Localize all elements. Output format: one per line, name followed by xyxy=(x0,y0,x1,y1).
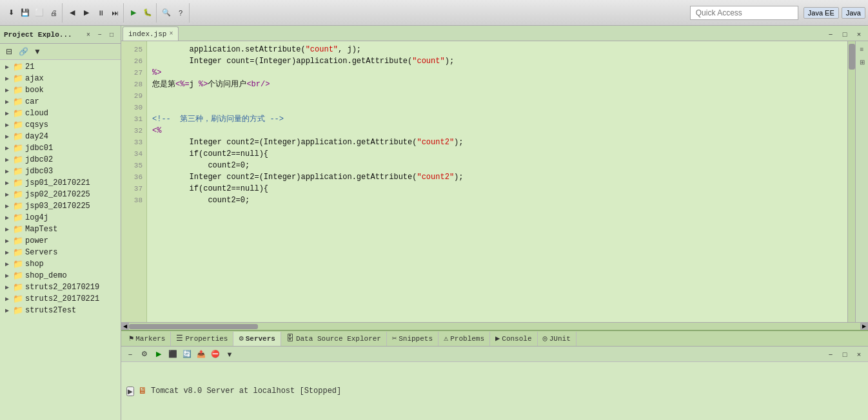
sidebar-minimize-btn[interactable]: − xyxy=(95,30,105,40)
tree-arrow: ▶ xyxy=(5,260,12,268)
toolbar-back[interactable]: ◀ xyxy=(66,6,79,19)
sidebar-collapse-btn[interactable]: ⊟ xyxy=(3,45,15,58)
toolbar-help[interactable]: ? xyxy=(174,6,187,19)
server-row: ▶ 🖥 Tomcat v8.0 Server at localhost [Sto… xyxy=(126,386,341,396)
code-segment: if(count2==null){ xyxy=(152,184,268,193)
editor-maximize[interactable]: □ xyxy=(838,28,851,41)
bottom-view[interactable]: ▼ xyxy=(223,348,236,361)
toolbar-stop[interactable]: ⏸ xyxy=(94,6,107,19)
line-number: 27 xyxy=(121,67,146,79)
sidebar-link-btn[interactable]: 🔗 xyxy=(17,45,30,58)
sidebar-maximize-btn[interactable]: □ xyxy=(106,30,117,40)
editor-scrollbar-v[interactable] xyxy=(847,41,855,322)
sidebar-item-shop_demo[interactable]: ▶📁shop_demo xyxy=(0,270,121,282)
toolbar-btn-4[interactable]: 🖨 xyxy=(47,6,60,19)
sidebar-item-struts2_20170219[interactable]: ▶📁struts2_20170219 xyxy=(0,282,121,293)
server-expand-btn[interactable]: ▶ xyxy=(126,387,134,396)
sidebar-item-struts2_20170221[interactable]: ▶📁struts2_20170221 xyxy=(0,293,121,305)
h-scroll-left[interactable]: ◀ xyxy=(121,323,129,330)
sidebar-item-cloud[interactable]: ▶📁cloud xyxy=(0,108,121,119)
editor-scrollbar-h[interactable]: ◀ ▶ xyxy=(121,322,868,330)
quick-access-input[interactable] xyxy=(690,6,798,20)
bottom-start-server[interactable]: ▶ xyxy=(152,348,165,361)
sidebar-item-power[interactable]: ▶📁power xyxy=(0,235,121,247)
bottom-tab-console[interactable]: ▶Console xyxy=(490,332,537,346)
code-editor: 2526272829303132333435363738 application… xyxy=(121,41,868,322)
folder-icon: 📁 xyxy=(13,294,23,303)
sidebar-item-21[interactable]: ▶📁21 xyxy=(0,61,121,73)
sidebar-item-book[interactable]: ▶📁book xyxy=(0,84,121,96)
sidebar-item-struts2test[interactable]: ▶📁struts2Test xyxy=(0,305,121,316)
editor-tab-index-jsp[interactable]: index.jsp × xyxy=(123,26,179,41)
bottom-tab-problems[interactable]: ⚠Problems xyxy=(439,332,490,346)
folder-icon: 📁 xyxy=(13,190,23,199)
sidebar-item-jsp01_20170221[interactable]: ▶📁jsp01_20170221 xyxy=(0,177,121,189)
toolbar-btn-2[interactable]: 💾 xyxy=(19,6,32,19)
bottom-publish[interactable]: 📤 xyxy=(195,348,208,361)
h-scroll-right[interactable]: ▶ xyxy=(860,323,868,330)
bottom-minimize[interactable]: − xyxy=(124,348,137,361)
code-segment: %> xyxy=(152,68,161,77)
editor-tab-close[interactable]: × xyxy=(169,30,173,37)
bottom-panel-maximize[interactable]: □ xyxy=(838,348,851,361)
mini-btn-2[interactable]: ⊞ xyxy=(857,57,867,67)
toolbar-btn-3[interactable]: ⬜ xyxy=(33,6,46,19)
code-line: if(count2==null){ xyxy=(152,183,842,195)
code-content[interactable]: application.setAttribute("count", j); In… xyxy=(147,41,847,322)
server-label: Tomcat v8.0 Server at localhost [Stopped… xyxy=(151,387,341,396)
sidebar-item-cqsys[interactable]: ▶📁cqsys xyxy=(0,119,121,131)
editor-close[interactable]: × xyxy=(853,28,865,41)
bottom-panel: ⚑Markers☰Properties⚙Servers🗄Data Source … xyxy=(121,330,868,420)
tree-arrow: ▶ xyxy=(5,202,12,210)
sidebar-item-car[interactable]: ▶📁car xyxy=(0,96,121,108)
main-layout: Project Explo... × − □ ⊟ 🔗 ▼ ▶📁21▶📁ajax▶… xyxy=(0,26,868,420)
toolbar-btn-1[interactable]: ⬇ xyxy=(5,6,17,19)
sidebar-item-jsp03_20170225[interactable]: ▶📁jsp03_20170225 xyxy=(0,200,121,212)
h-scroll-thumb[interactable] xyxy=(129,324,258,329)
bottom-settings[interactable]: ⚙ xyxy=(138,348,151,361)
folder-icon: 📁 xyxy=(13,306,23,315)
sidebar-item-log4j[interactable]: ▶📁log4j xyxy=(0,212,121,224)
bottom-tab-properties[interactable]: ☰Properties xyxy=(171,332,233,346)
bottom-tab-servers[interactable]: ⚙Servers xyxy=(233,332,281,346)
sidebar-filter-btn[interactable]: ▼ xyxy=(31,45,44,58)
editor-tabs-bar: index.jsp × − □ × xyxy=(121,26,868,41)
tree-item-label: jdbc03 xyxy=(25,167,53,176)
sidebar-close-btn[interactable]: × xyxy=(83,30,94,40)
bottom-tab-junit[interactable]: ◎JUnit xyxy=(538,332,577,346)
sidebar-item-jdbc03[interactable]: ▶📁jdbc03 xyxy=(0,166,121,177)
bottom-disconnect[interactable]: ⛔ xyxy=(209,348,222,361)
bottom-stop-server[interactable]: ⬛ xyxy=(166,348,179,361)
tree-item-label: MapTest xyxy=(25,225,57,234)
sidebar-item-jsp02_20170225[interactable]: ▶📁jsp02_20170225 xyxy=(0,189,121,200)
bottom-tab-data_source_explorer[interactable]: 🗄Data Source Explorer xyxy=(281,332,387,346)
bottom-tab-markers[interactable]: ⚑Markers xyxy=(124,332,171,346)
java-perspective[interactable]: Java xyxy=(842,7,865,19)
code-line: application.setAttribute("count", j); xyxy=(152,44,842,55)
sidebar-item-shop[interactable]: ▶📁shop xyxy=(0,258,121,270)
sidebar-item-ajax[interactable]: ▶📁ajax xyxy=(0,73,121,84)
sidebar-item-jdbc02[interactable]: ▶📁jdbc02 xyxy=(0,154,121,166)
line-number: 26 xyxy=(121,55,146,67)
sidebar-item-servers[interactable]: ▶📁Servers xyxy=(0,247,121,258)
toolbar-right: Java EE Java xyxy=(800,7,865,19)
sidebar-item-day24[interactable]: ▶📁day24 xyxy=(0,131,121,142)
bottom-tab-snippets[interactable]: ✂Snippets xyxy=(387,332,439,346)
editor-minimize[interactable]: − xyxy=(824,28,837,41)
mini-btn-1[interactable]: ≡ xyxy=(857,44,867,54)
sidebar-item-jdbc01[interactable]: ▶📁jdbc01 xyxy=(0,142,121,154)
bottom-panel-minimize[interactable]: − xyxy=(824,348,837,361)
line-number: 29 xyxy=(121,90,146,102)
toolbar-search[interactable]: 🔍 xyxy=(160,6,173,19)
tree-item-label: ajax xyxy=(25,74,44,83)
bottom-panel-close[interactable]: × xyxy=(853,348,865,361)
java-ee-perspective[interactable]: Java EE xyxy=(804,7,839,19)
bottom-restart[interactable]: 🔄 xyxy=(181,348,193,361)
tree-item-label: jdbc02 xyxy=(25,155,53,164)
toolbar-run[interactable]: ▶ xyxy=(127,6,140,19)
toolbar-forward[interactable]: ▶ xyxy=(80,6,93,19)
toolbar-debug[interactable]: 🐛 xyxy=(141,6,154,19)
scroll-thumb-v[interactable] xyxy=(849,44,855,70)
sidebar-item-maptest[interactable]: ▶📁MapTest xyxy=(0,224,121,235)
toolbar-refresh[interactable]: ⏭ xyxy=(108,6,121,19)
